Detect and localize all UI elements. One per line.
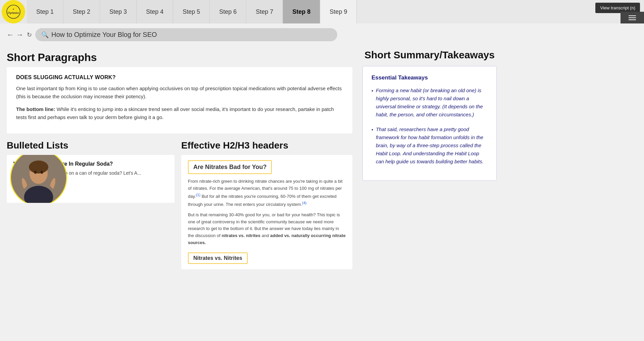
bottom-columns: Bulleted Lists What Ingredients Are In R…	[7, 140, 352, 269]
takeaway-text-2: That said, researchers have a pretty goo…	[376, 125, 488, 166]
takeaway-item-2: • That said, researchers have a pretty g…	[371, 125, 488, 166]
step-6-tab[interactable]: Step 6	[210, 0, 246, 23]
step-9-tab[interactable]: Step 9	[320, 0, 357, 23]
takeaway-bullet-2: •	[371, 126, 373, 166]
logo[interactable]: Optimise ✦	[2, 0, 25, 23]
hamburger-menu[interactable]	[621, 12, 644, 23]
takeaway-text-1: Forming a new habit (or breaking an old …	[376, 87, 488, 119]
bulleted-lists-column: Bulleted Lists What Ingredients Are In R…	[7, 140, 175, 269]
svg-point-5	[29, 161, 48, 174]
article-paragraph-2: The bottom line: While it's enticing to …	[16, 105, 343, 121]
h2h3-article-box: Are Nitrates Bad for You? From nitrate-r…	[181, 155, 352, 269]
h2h3-para2-bold1: nitrates vs. nitrites	[221, 233, 260, 238]
step-1-tab[interactable]: Step 1	[27, 0, 63, 23]
short-paragraphs-article: DOES SLUGGING ACTUALLY WORK? One last im…	[7, 67, 352, 133]
forward-arrow[interactable]: →	[16, 31, 23, 39]
search-icon: 🔍	[41, 31, 49, 39]
search-bar-area: ← → ↻ 🔍	[0, 23, 644, 46]
video-circle-overlay	[10, 155, 67, 203]
effective-headers-title: Effective H2/H3 headers	[181, 140, 352, 151]
h2h3-paragraph-1: From nitrate-rich green to drinking nitr…	[188, 178, 346, 208]
paragraph2-rest: While it's enticing to jump into a skinc…	[16, 106, 334, 120]
h2h3-ref2: (4)	[302, 201, 306, 205]
step-8-tab[interactable]: Step 8	[283, 0, 320, 23]
h2h3-para2-rest: and	[260, 233, 270, 238]
main-content: Short Paragraphs DOES SLUGGING ACTUALLY …	[0, 46, 644, 269]
browser-nav-arrows: ← →	[7, 31, 23, 39]
takeaway-item-1: • Forming a new habit (or breaking an ol…	[371, 87, 488, 119]
paragraph2-bold: The bottom line:	[16, 106, 55, 112]
presenter-video	[11, 155, 66, 203]
article-paragraph-1: One last important tip from King is to u…	[16, 84, 343, 101]
h2h3-main-header-highlighted: Are Nitrates Bad for You?	[188, 160, 272, 174]
step-7-tab[interactable]: Step 7	[246, 0, 283, 23]
hamburger-icon	[629, 15, 636, 20]
step-navigation: Step 1 Step 2 Step 3 Step 4 Step 5 Step …	[27, 0, 644, 23]
short-paragraphs-title: Short Paragraphs	[7, 51, 352, 64]
step-2-tab[interactable]: Step 2	[63, 0, 100, 23]
takeaways-box: Essential Takeaways • Forming a new habi…	[362, 66, 497, 181]
takeaway-bullet-1: •	[371, 87, 373, 119]
svg-text:✦: ✦	[12, 8, 14, 11]
refresh-icon[interactable]: ↻	[27, 31, 32, 39]
bulleted-article-box: What Ingredients Are In Regular Soda? Wh…	[7, 155, 175, 203]
h2h3-sub-header-highlighted: Nitrates vs. Nitrites	[188, 252, 248, 264]
svg-point-8	[41, 171, 43, 174]
back-arrow[interactable]: ←	[7, 31, 14, 39]
h2h3-paragraph-2: But is that remaining 30-40% good for yo…	[188, 212, 346, 246]
step-5-tab[interactable]: Step 5	[173, 0, 210, 23]
right-panel-title: Short Summary/Takeaways	[362, 49, 497, 61]
right-panel: Short Summary/Takeaways Essential Takeaw…	[362, 46, 497, 269]
svg-point-7	[34, 171, 37, 174]
h2h3-ref1: (1)	[196, 193, 200, 197]
left-content-panel: Short Paragraphs DOES SLUGGING ACTUALLY …	[7, 46, 362, 269]
effective-headers-column: Effective H2/H3 headers Are Nitrates Bad…	[181, 140, 352, 269]
takeaways-heading: Essential Takeaways	[371, 74, 488, 81]
step-4-tab[interactable]: Step 4	[137, 0, 173, 23]
step-3-tab[interactable]: Step 3	[100, 0, 137, 23]
top-navigation: Optimise ✦ Step 1 Step 2 Step 3 Step 4 S…	[0, 0, 644, 23]
bulleted-lists-title: Bulleted Lists	[7, 140, 175, 151]
article-subtitle: DOES SLUGGING ACTUALLY WORK?	[16, 74, 343, 80]
search-bar[interactable]: 🔍	[35, 28, 337, 41]
search-input[interactable]	[51, 31, 331, 39]
h2h3-para1-cont: But for all the nitrates you're consumin…	[188, 194, 337, 207]
svg-text:Optimise: Optimise	[8, 11, 19, 14]
